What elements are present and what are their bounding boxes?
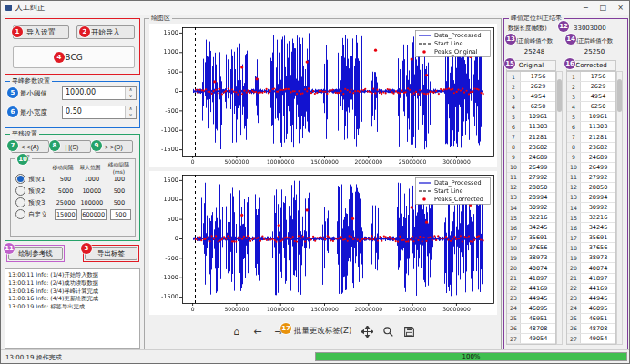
corrected-peaks-table[interactable]: 1175622629349544625051096161130372128182… bbox=[566, 71, 616, 345]
peak-table-row[interactable]: 2446095 bbox=[567, 304, 615, 314]
preset-radio[interactable] bbox=[15, 186, 25, 196]
peak-table-row[interactable]: 1735691 bbox=[507, 233, 555, 243]
peak-table-row[interactable]: 823682 bbox=[507, 143, 555, 153]
peak-table-row[interactable]: 34954 bbox=[507, 92, 555, 102]
preset-radio[interactable] bbox=[15, 197, 25, 207]
signal-plot-original[interactable] bbox=[149, 24, 497, 167]
peak-value: 23682 bbox=[521, 143, 555, 152]
peak-table-row[interactable]: 1735691 bbox=[567, 233, 615, 243]
peak-table-row[interactable]: 611303 bbox=[567, 122, 615, 132]
peak-table-row[interactable]: 1328994 bbox=[507, 193, 555, 203]
peak-table-row[interactable]: 1634245 bbox=[507, 223, 555, 233]
peak-table-row[interactable]: 823682 bbox=[567, 143, 615, 153]
peak-table-row[interactable]: 2446095 bbox=[507, 304, 555, 314]
scrollbar-thumb[interactable] bbox=[557, 79, 562, 112]
preset-custom-input[interactable]: 500 bbox=[110, 209, 131, 220]
maximize-button[interactable]: □ bbox=[594, 1, 612, 15]
peak-table-row[interactable]: 1127992 bbox=[567, 173, 615, 183]
peak-table-row[interactable]: 924689 bbox=[507, 153, 555, 163]
peak-table-row[interactable]: 1026499 bbox=[507, 163, 555, 173]
peak-table-row[interactable]: 1127992 bbox=[507, 173, 555, 183]
peak-table-row[interactable]: 721281 bbox=[567, 132, 615, 142]
peak-table-row[interactable]: 11756 bbox=[567, 72, 615, 82]
peak-table-row[interactable]: 1026499 bbox=[567, 163, 615, 173]
peak-table-row[interactable]: 2648708 bbox=[567, 324, 615, 334]
peak-table-row[interactable]: 510961 bbox=[567, 112, 615, 122]
peak-value: 23682 bbox=[581, 143, 615, 152]
row-index: 15 bbox=[567, 213, 581, 222]
peak-table-row[interactable]: 2546951 bbox=[567, 314, 615, 324]
min-threshold-spinbox[interactable]: 1000.00 ∧∨ bbox=[62, 86, 137, 100]
peak-table-row[interactable]: 1837656 bbox=[507, 243, 555, 253]
signal-plot-corrected[interactable] bbox=[149, 171, 497, 315]
peak-table-row[interactable]: 2648708 bbox=[507, 324, 555, 334]
original-table-scrollbar[interactable] bbox=[556, 71, 563, 345]
peak-table-row[interactable]: 1532216 bbox=[507, 213, 555, 223]
peak-table-row[interactable]: 1938973 bbox=[507, 253, 555, 263]
peak-table-row[interactable]: 1430992 bbox=[507, 203, 555, 213]
min-width-value[interactable]: 0.50 bbox=[63, 106, 125, 118]
peak-table-row[interactable]: 34954 bbox=[567, 92, 615, 102]
peak-table-row[interactable]: 510961 bbox=[507, 112, 555, 122]
peak-table-row[interactable]: 2141897 bbox=[567, 274, 615, 284]
corrected-table-scrollbar[interactable] bbox=[616, 71, 623, 345]
save-icon[interactable] bbox=[401, 324, 416, 339]
close-button[interactable]: × bbox=[612, 1, 629, 15]
peak-table-row[interactable]: 2344945 bbox=[567, 294, 615, 304]
peak-table-row[interactable]: 2040074 bbox=[567, 263, 615, 273]
peak-table-row[interactable]: 46250 bbox=[507, 102, 555, 112]
peak-table-row[interactable]: 2244169 bbox=[507, 284, 555, 294]
peak-value: 46095 bbox=[521, 304, 555, 313]
spin-down-icon[interactable]: ∨ bbox=[126, 94, 136, 100]
peak-table-row[interactable]: 46250 bbox=[567, 102, 615, 112]
peak-table-row[interactable]: 2749054 bbox=[507, 334, 555, 344]
export-labels-button[interactable]: 导出标签 bbox=[85, 247, 137, 260]
peak-table-row[interactable]: 1228050 bbox=[567, 183, 615, 193]
peak-table-row[interactable]: 1228050 bbox=[507, 183, 555, 193]
preset-custom-input[interactable]: 15000 bbox=[55, 209, 77, 220]
original-peaks-table[interactable]: 1175622629349544625051096161130372128182… bbox=[506, 71, 556, 345]
peak-table-row[interactable]: 924689 bbox=[567, 153, 615, 163]
peak-table-row[interactable]: 11756 bbox=[507, 72, 555, 82]
home-icon[interactable]: ⌂ bbox=[229, 324, 244, 339]
peak-table-row[interactable]: 2344945 bbox=[507, 294, 555, 304]
min-threshold-value[interactable]: 1000.00 bbox=[63, 87, 125, 99]
peak-table-row[interactable]: 1328994 bbox=[567, 193, 615, 203]
draw-refline-button[interactable]: 绘制参考线 bbox=[8, 247, 63, 260]
peak-table-row[interactable]: 611303 bbox=[507, 122, 555, 132]
peak-table-row[interactable]: 2244169 bbox=[567, 284, 615, 294]
preset-custom-input[interactable]: 600000 bbox=[81, 209, 107, 220]
pan-group-title: 平移设置 bbox=[10, 130, 39, 137]
preset-radio[interactable] bbox=[15, 209, 25, 219]
peak-table-row[interactable]: 1430992 bbox=[567, 203, 615, 213]
peak-table-row[interactable]: 22629 bbox=[567, 82, 615, 92]
scrollbar-thumb[interactable] bbox=[617, 79, 622, 112]
window-title: 人工纠正 bbox=[15, 3, 45, 13]
peak-table-row[interactable]: 2546951 bbox=[507, 314, 555, 324]
peak-table-row[interactable]: 2040074 bbox=[507, 263, 555, 273]
min-width-spinbox[interactable]: 0.50 ∧∨ bbox=[62, 106, 137, 119]
peak-table-row[interactable]: 1634245 bbox=[567, 223, 615, 233]
peak-table-row[interactable]: 1532216 bbox=[567, 213, 615, 223]
peak-table-row[interactable]: 2749054 bbox=[567, 334, 615, 344]
row-index: 2 bbox=[567, 82, 581, 91]
zoom-icon[interactable] bbox=[381, 324, 395, 339]
spin-arrows[interactable]: ∧∨ bbox=[125, 87, 136, 99]
back-icon[interactable]: ← bbox=[250, 324, 265, 339]
spin-down-icon[interactable]: ∨ bbox=[126, 113, 136, 119]
peak-table-row[interactable]: 1837656 bbox=[567, 243, 615, 253]
preset-label: 自定义 bbox=[28, 210, 53, 219]
preset-radio[interactable] bbox=[15, 174, 25, 184]
peak-table-row[interactable]: 22629 bbox=[507, 82, 555, 92]
signal-type-select[interactable]: BCG bbox=[13, 46, 135, 68]
peak-table-row[interactable]: 1938973 bbox=[567, 253, 615, 263]
peak-table-row[interactable]: 2141897 bbox=[507, 274, 555, 284]
spin-arrows[interactable]: ∧∨ bbox=[125, 106, 136, 118]
peak-value: 37656 bbox=[521, 243, 555, 252]
data-length-label: 数据长度(帧数) bbox=[508, 25, 547, 33]
pan-icon[interactable] bbox=[360, 324, 374, 339]
peak-table-row[interactable]: 721281 bbox=[507, 132, 555, 142]
peaks-before-label: 纠正前峰值个数 bbox=[513, 37, 553, 46]
batch-edit-labels-button[interactable]: 批量更改标签(Z) bbox=[292, 326, 353, 337]
minimize-button[interactable]: ─ bbox=[577, 1, 594, 15]
